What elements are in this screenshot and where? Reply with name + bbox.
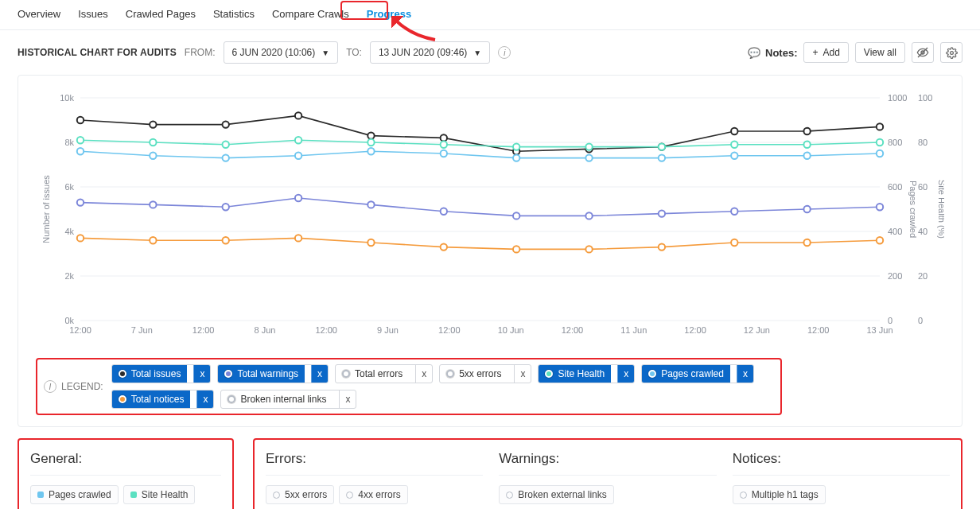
legend-chip[interactable]: Pages crawledx [641,364,754,383]
svg-text:0k: 0k [64,316,74,325]
metric-tag[interactable]: Pages crawled [30,485,119,504]
info-icon[interactable]: i [44,380,56,393]
view-all-notes-button[interactable]: View all [855,42,905,63]
tab-overview[interactable]: Overview [18,6,60,21]
close-icon[interactable]: x [737,365,753,383]
svg-point-97 [441,243,447,250]
svg-point-66 [803,142,810,148]
svg-point-69 [150,153,156,159]
info-icon[interactable]: i [498,46,511,59]
svg-text:10 Jun: 10 Jun [498,325,524,335]
svg-text:10k: 10k [60,93,74,103]
svg-point-99 [585,246,592,252]
svg-text:12:00: 12:00 [438,325,461,335]
svg-point-55 [877,123,883,130]
svg-point-90 [803,206,810,212]
chart-card: 0k2k4k6k8k10k020040060080010000204060801… [18,75,962,427]
metric-tag[interactable]: Site Health [123,485,196,504]
section-issues: Errors: 5xx errors4xx errorsMissing titl… [253,438,962,509]
svg-point-100 [659,243,665,250]
svg-point-64 [659,143,665,150]
svg-text:12:00: 12:00 [562,325,584,335]
svg-point-65 [731,142,737,148]
svg-text:9 Jun: 9 Jun [377,325,399,335]
svg-point-88 [659,210,665,216]
svg-text:7 Jun: 7 Jun [131,325,153,335]
metric-tag[interactable]: Broken external links [499,485,613,504]
close-icon[interactable]: x [339,390,356,408]
tab-statistics[interactable]: Statistics [213,6,255,21]
tab-progress[interactable]: Progress [367,6,411,21]
metric-tag[interactable]: 5xx errors [266,485,334,504]
svg-point-91 [877,204,883,210]
close-icon[interactable]: x [311,365,328,383]
from-label: FROM: [185,47,216,58]
to-date-value: 13 JUN 2020 (09:46) [379,47,467,58]
svg-point-72 [368,148,374,154]
svg-point-101 [731,239,737,246]
svg-point-85 [441,208,447,215]
svg-point-78 [803,153,810,159]
legend-chip[interactable]: Broken internal linksx [220,390,356,409]
svg-point-59 [295,137,301,143]
tab-crawled-pages[interactable]: Crawled Pages [126,6,196,21]
tab-compare-crawls[interactable]: Compare Crawls [272,6,349,21]
legend-chip[interactable]: 5xx errorsx [439,364,531,383]
hide-icon[interactable] [912,42,934,63]
categories-row: General: Pages crawledSite HealthTotal i… [0,427,980,509]
svg-point-68 [77,148,84,154]
plus-icon: + [812,47,818,58]
legend-row: iLEGEND: Total issuesxTotal warningsxTot… [36,358,782,415]
svg-point-49 [441,134,447,141]
svg-point-75 [585,154,592,161]
svg-point-102 [803,239,810,246]
general-title: General: [30,451,221,467]
close-icon[interactable]: x [415,365,432,383]
legend-chip[interactable]: Site Healthx [538,364,635,383]
svg-point-60 [368,139,374,146]
svg-text:800: 800 [888,138,902,147]
warnings-title: Warnings: [499,451,716,467]
add-note-button[interactable]: +Add [803,42,848,63]
settings-icon[interactable] [940,42,962,63]
svg-point-45 [150,121,156,127]
svg-text:1000: 1000 [888,93,907,103]
svg-point-82 [223,204,229,210]
svg-text:0: 0 [888,316,892,325]
svg-text:Site Health (%): Site Health (%) [937,180,944,239]
svg-point-56 [77,137,84,143]
tab-issues[interactable]: Issues [78,6,108,21]
svg-point-47 [295,112,301,119]
legend-chip[interactable]: Total warningsx [217,364,329,383]
svg-point-2 [950,51,953,54]
svg-text:6k: 6k [64,182,74,192]
svg-point-71 [295,153,301,159]
legend-chip[interactable]: Total errorsx [335,364,433,383]
close-icon[interactable]: x [514,365,531,383]
svg-point-74 [513,154,519,161]
svg-point-87 [585,212,592,219]
svg-point-57 [150,139,156,146]
svg-point-95 [295,235,301,241]
legend-chip[interactable]: Total issuesx [111,364,212,383]
svg-text:8 Jun: 8 Jun [254,325,275,335]
svg-text:4k: 4k [64,227,74,236]
from-date-dropdown[interactable]: 6 JUN 2020 (10:06)▼ [224,41,339,64]
legend-chip[interactable]: Total noticesx [111,390,215,409]
svg-point-96 [368,239,374,246]
close-icon[interactable]: x [196,390,213,408]
svg-point-77 [731,153,737,159]
close-icon[interactable]: x [617,365,634,383]
svg-text:80: 80 [918,138,928,147]
svg-text:Pages crawled: Pages crawled [908,181,918,238]
svg-point-86 [513,212,519,219]
metric-tag[interactable]: Multiple h1 tags [733,485,826,504]
historical-chart: 0k2k4k6k8k10k020040060080010000204060801… [36,90,944,344]
metric-tag[interactable]: 4xx errors [339,485,407,504]
svg-text:600: 600 [888,182,902,192]
svg-point-46 [223,121,229,127]
svg-text:11 Jun: 11 Jun [620,325,647,335]
svg-text:400: 400 [888,227,902,236]
close-icon[interactable]: x [193,365,210,383]
to-date-dropdown[interactable]: 13 JUN 2020 (09:46)▼ [370,41,490,64]
